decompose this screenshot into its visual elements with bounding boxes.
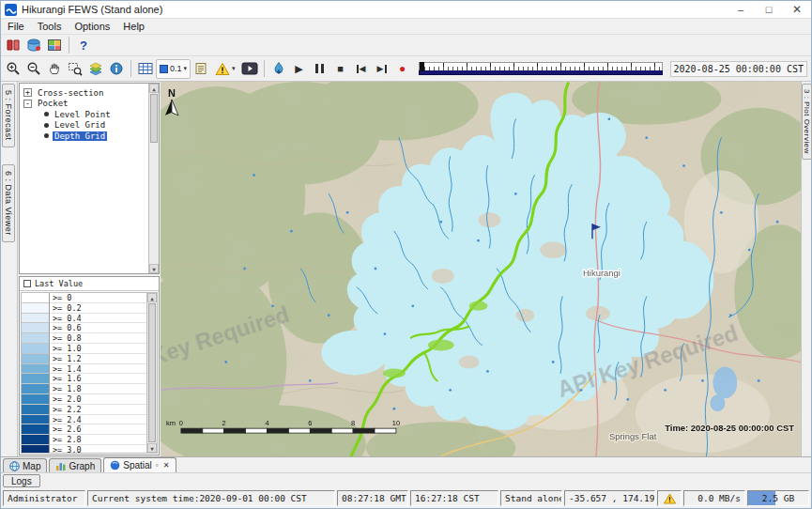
- svg-text:N: N: [168, 87, 176, 99]
- tree-item-level-point[interactable]: Level Point: [23, 109, 157, 120]
- tree-scrollbar[interactable]: ▲ ▼: [148, 84, 159, 273]
- pause-button[interactable]: [310, 59, 330, 79]
- legend-swatch: [22, 354, 50, 364]
- legend-scrollbar[interactable]: ▲ ▼: [146, 293, 157, 453]
- time-range-bar: [419, 70, 663, 75]
- chevron-down-icon: ▾: [232, 65, 236, 72]
- status-alert-cell[interactable]: [657, 490, 682, 506]
- time-slider[interactable]: [419, 62, 663, 75]
- tab-forecast[interactable]: 5 : Forecast: [2, 84, 15, 147]
- tree-item-level-grid[interactable]: Level Grid: [23, 120, 157, 131]
- bullet-icon: [44, 112, 49, 116]
- collapse-icon[interactable]: -: [23, 100, 32, 108]
- scroll-up-icon[interactable]: ▲: [149, 84, 159, 93]
- record-button[interactable]: ●: [392, 59, 413, 79]
- stop-button[interactable]: ■: [330, 59, 351, 79]
- scrollbar-thumb[interactable]: [148, 303, 156, 442]
- legend-label: >= 2.8: [50, 435, 146, 445]
- tree-item-pocket[interactable]: - Pocket: [23, 99, 157, 110]
- last-value-checkbox[interactable]: [23, 280, 31, 287]
- help-button[interactable]: ?: [73, 36, 94, 55]
- main-toolbar: ?: [1, 35, 811, 56]
- bullet-icon: [44, 133, 49, 138]
- logs-button[interactable]: Logs: [3, 474, 40, 487]
- pan-hand-button[interactable]: [44, 59, 65, 79]
- legend-row: >= 1.2: [22, 354, 146, 364]
- legend-panel: Last Value >= 0 >= 0.2 >= 0.4 >= 0.6 >= …: [19, 276, 160, 455]
- tab-data-viewer[interactable]: 6 : Data Viewer: [2, 164, 15, 242]
- legend-label: >= 1.4: [50, 364, 146, 375]
- legend-row: >= 0.8: [22, 333, 146, 344]
- legend-swatch: [22, 344, 50, 354]
- legend-row: >= 1.8: [22, 384, 146, 394]
- report-button[interactable]: [191, 59, 211, 79]
- close-button[interactable]: ✕: [783, 1, 811, 18]
- scrollbar-thumb[interactable]: [150, 94, 158, 143]
- tab-graph[interactable]: Graph: [49, 458, 101, 472]
- legend-swatch: [22, 303, 50, 314]
- legend-row: >= 1.4: [22, 364, 146, 375]
- profile-tool-button[interactable]: [268, 59, 289, 79]
- scroll-down-icon[interactable]: ▼: [147, 443, 157, 453]
- menu-tools[interactable]: Tools: [31, 21, 69, 32]
- legend-swatch: [22, 364, 50, 375]
- legend-row: >= 0.6: [22, 323, 146, 333]
- globe-icon: [9, 461, 20, 471]
- opacity-dropdown[interactable]: 0.1 ▾: [156, 59, 191, 79]
- legend-label: >= 1.6: [50, 374, 146, 384]
- opacity-swatch: [160, 65, 168, 73]
- window-controls: – □ ✕: [727, 1, 811, 18]
- maximize-button[interactable]: □: [755, 1, 783, 18]
- step-back-button[interactable]: ◀: [351, 59, 372, 79]
- legend-swatch: [22, 415, 50, 425]
- time-cursor[interactable]: [420, 62, 424, 71]
- legend-row: >= 1.0: [22, 344, 146, 354]
- menu-bar: File Tools Options Help: [1, 19, 811, 35]
- map-toolbar: 0.1 ▾ ▾ ▶ ■ ◀ ▶ ● 2020-08-25 00:00:00 CS…: [1, 56, 811, 82]
- scroll-down-icon[interactable]: ▼: [149, 264, 159, 273]
- current-datetime: 2020-08-25 00:00:00 CST: [670, 61, 807, 77]
- tree-item-depth-grid[interactable]: Depth Grid: [23, 131, 157, 142]
- bullet-icon: [44, 123, 49, 128]
- expand-icon[interactable]: +: [23, 88, 32, 97]
- menu-options[interactable]: Options: [68, 21, 116, 32]
- database-button[interactable]: [23, 36, 44, 55]
- sphere-icon: [110, 460, 120, 470]
- time-ruler[interactable]: [419, 62, 663, 70]
- tab-restore-icon[interactable]: ▫: [155, 461, 160, 470]
- grid-display-button[interactable]: [135, 59, 156, 79]
- layers-button[interactable]: [85, 59, 106, 79]
- tree-item-cross-section[interactable]: + Cross-section: [23, 87, 157, 99]
- legend-row: >= 0.2: [22, 303, 146, 314]
- town-label: Hikurangi: [583, 268, 620, 278]
- toolbar-separator: [69, 37, 69, 54]
- tab-plot-overview[interactable]: 3 : Plot Overview: [802, 84, 812, 160]
- tab-graph-label: Graph: [69, 461, 95, 471]
- info-button[interactable]: [106, 59, 127, 79]
- zoom-in-button[interactable]: [3, 59, 23, 79]
- scroll-up-icon[interactable]: ▲: [147, 293, 157, 302]
- legend-swatch: [22, 333, 50, 344]
- tab-map[interactable]: Map: [3, 458, 47, 472]
- minimize-button[interactable]: –: [727, 1, 755, 18]
- movie-player-button[interactable]: [239, 59, 260, 79]
- legend-label: >= 2.6: [50, 424, 146, 435]
- warnings-dropdown[interactable]: ▾: [211, 59, 239, 79]
- tab-close-icon[interactable]: ✕: [162, 461, 171, 470]
- status-system-time: Current system time:2020-09-01 00:00 CST: [87, 490, 335, 506]
- legend-label: >= 1.8: [50, 384, 146, 394]
- menu-help[interactable]: Help: [116, 21, 151, 32]
- zoom-out-button[interactable]: [23, 59, 44, 79]
- play-button[interactable]: ▶: [289, 59, 310, 79]
- legend-label: >= 0: [50, 293, 146, 303]
- menu-file[interactable]: File: [1, 21, 31, 32]
- step-forward-button[interactable]: ▶: [372, 59, 392, 79]
- zoom-region-button[interactable]: [65, 59, 85, 79]
- svg-text:km: km: [166, 419, 176, 427]
- import-button[interactable]: [3, 36, 23, 55]
- map-display-button[interactable]: [44, 36, 65, 55]
- legend-row: >= 2.4: [22, 415, 146, 425]
- map-canvas[interactable]: API Key Required API Key Required Hikura…: [161, 82, 801, 456]
- tab-spatial[interactable]: Spatial ▫ ✕: [103, 457, 176, 472]
- legend-list: >= 0 >= 0.2 >= 0.4 >= 0.6 >= 0.8 >= 1.0 …: [21, 292, 158, 454]
